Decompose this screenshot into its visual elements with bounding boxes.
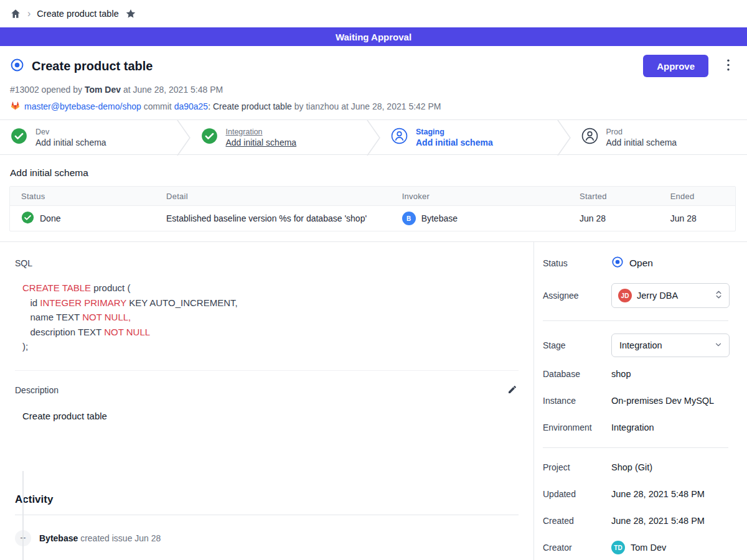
home-icon[interactable] bbox=[10, 8, 21, 19]
activity-action: created issue Jun 28 bbox=[80, 533, 161, 543]
description-label: Description bbox=[15, 385, 59, 395]
task-detail: Established baseline version %s for data… bbox=[155, 213, 391, 223]
instance-value[interactable]: On-premises Dev MySQL bbox=[611, 396, 714, 406]
sql-code: CREATE TABLE product ( id INTEGER PRIMAR… bbox=[22, 281, 519, 354]
task-invoker: Bytebase bbox=[421, 213, 458, 223]
created-label: Created bbox=[543, 516, 611, 526]
status-row: Status Open bbox=[543, 256, 731, 270]
created-row: Created June 28, 2021 5:48 PM bbox=[543, 514, 731, 528]
breadcrumb-page-title[interactable]: Create product table bbox=[37, 9, 118, 19]
stage-done-icon bbox=[11, 128, 27, 147]
column-header-detail: Detail bbox=[155, 192, 391, 201]
stage-separator bbox=[557, 120, 571, 156]
updated-label: Updated bbox=[543, 489, 611, 499]
stage-staging[interactable]: Staging Add initial schema bbox=[380, 120, 557, 154]
status-value: Open bbox=[629, 258, 653, 269]
stage-separator bbox=[367, 120, 380, 156]
issue-title: Create product table bbox=[32, 59, 153, 73]
task-started: Jun 28 bbox=[568, 213, 659, 223]
issue-meta: #13002 opened by Tom Dev at June 28, 202… bbox=[10, 85, 732, 95]
creator-value: Tom Dev bbox=[631, 543, 666, 553]
invoker-avatar: B bbox=[402, 212, 416, 225]
favorite-star-icon[interactable] bbox=[125, 8, 136, 19]
approve-button[interactable]: Approve bbox=[643, 55, 708, 77]
database-row: Database shop bbox=[543, 367, 731, 381]
sql-label: SQL bbox=[15, 258, 519, 268]
stage-task-label: Add initial schema bbox=[35, 138, 106, 147]
project-row: Project Shop (Git) bbox=[543, 460, 731, 474]
assignee-label: Assignee bbox=[543, 291, 611, 301]
issue-open-icon bbox=[10, 58, 24, 75]
breadcrumb: › Create product table bbox=[0, 0, 747, 27]
creator-avatar: TD bbox=[611, 541, 625, 554]
task-ended: Jun 28 bbox=[659, 213, 735, 223]
stage-value: Integration bbox=[618, 340, 709, 350]
sidebar-divider bbox=[543, 447, 728, 448]
stage-env-label: Staging bbox=[416, 128, 493, 136]
environment-label: Environment bbox=[543, 422, 611, 432]
commit-branch-link[interactable]: master@bytebase-demo/shop bbox=[24, 101, 141, 111]
status-banner-text: Waiting Approval bbox=[336, 32, 411, 42]
stage-task-label: Add initial schema bbox=[606, 138, 677, 147]
sidebar-divider bbox=[543, 320, 728, 321]
commit-message: : Create product table bbox=[208, 101, 292, 111]
stage-row: Stage Integration bbox=[543, 334, 731, 357]
chevron-down-icon bbox=[714, 340, 723, 351]
task-section: Add initial schema Status Detail Invoker… bbox=[0, 155, 747, 241]
commit-hash-link[interactable]: da90a25 bbox=[174, 101, 209, 111]
status-banner: Waiting Approval bbox=[0, 27, 747, 46]
timeline-connector bbox=[22, 471, 24, 560]
description-divider bbox=[15, 370, 519, 371]
kebab-menu-icon bbox=[727, 63, 730, 73]
instance-label: Instance bbox=[543, 396, 611, 406]
project-value[interactable]: Shop (Git) bbox=[611, 462, 652, 472]
issue-header: Create product table Approve #13002 open… bbox=[0, 46, 747, 119]
gitlab-icon bbox=[10, 100, 21, 112]
stage-pending-user-icon bbox=[391, 128, 408, 147]
commit-byline: by tianzhou at June 28, 2021 5:42 PM bbox=[294, 101, 441, 111]
updated-value: June 28, 2021 5:48 PM bbox=[611, 489, 705, 499]
column-header-started: Started bbox=[568, 192, 659, 201]
environment-row: Environment Integration bbox=[543, 421, 731, 434]
stage-task-label: Add initial schema bbox=[226, 138, 297, 147]
assignee-value: Jerry DBA bbox=[637, 291, 710, 301]
stage-prod[interactable]: Prod Add initial schema bbox=[571, 120, 747, 154]
table-row[interactable]: Done Established baseline version %s for… bbox=[10, 206, 735, 231]
environment-value: Integration bbox=[611, 422, 654, 432]
task-table-header: Status Detail Invoker Started Ended bbox=[10, 187, 735, 206]
stage-pending-user-icon bbox=[581, 128, 598, 147]
assignee-avatar: JD bbox=[618, 289, 632, 302]
task-section-title: Add initial schema bbox=[10, 167, 736, 179]
description-content: Create product table bbox=[22, 411, 519, 421]
task-status: Done bbox=[40, 213, 60, 223]
activity-actor: Bytebase bbox=[39, 533, 78, 543]
project-label: Project bbox=[543, 462, 611, 472]
column-header-ended: Ended bbox=[659, 192, 735, 201]
activity-divider bbox=[15, 515, 519, 515]
commit-info: master@bytebase-demo/shop commit da90a25… bbox=[10, 100, 732, 112]
assignee-row: Assignee JD Jerry DBA bbox=[543, 283, 731, 308]
issue-meta-suffix: at June 28, 2021 5:48 PM bbox=[123, 85, 223, 95]
column-header-invoker: Invoker bbox=[391, 192, 568, 201]
stage-select[interactable]: Integration bbox=[611, 334, 730, 357]
more-actions-button[interactable] bbox=[725, 57, 732, 75]
issue-detail-pane: SQL CREATE TABLE product ( id INTEGER PR… bbox=[0, 242, 533, 560]
column-header-status: Status bbox=[10, 192, 155, 201]
stage-dev[interactable]: Dev Add initial schema bbox=[0, 120, 177, 154]
edit-description-button[interactable] bbox=[506, 383, 519, 398]
activity-title: Activity bbox=[15, 493, 519, 506]
task-table: Status Detail Invoker Started Ended Done… bbox=[9, 186, 736, 231]
status-label: Status bbox=[543, 258, 611, 268]
pipeline-stage-bar: Dev Add initial schema Integration Add i… bbox=[0, 119, 747, 155]
stage-integration[interactable]: Integration Add initial schema bbox=[190, 120, 367, 154]
stage-done-icon bbox=[201, 128, 218, 147]
stepper-icon bbox=[715, 289, 723, 302]
database-value[interactable]: shop bbox=[611, 369, 631, 379]
activity-item: + Bytebase created issue Jun 28 bbox=[15, 530, 519, 546]
database-label: Database bbox=[543, 369, 611, 379]
created-value: June 28, 2021 5:48 PM bbox=[611, 516, 705, 526]
assignee-select[interactable]: JD Jerry DBA bbox=[611, 283, 730, 308]
commit-label: commit bbox=[144, 101, 172, 111]
stage-separator bbox=[177, 120, 190, 156]
instance-row: Instance On-premises Dev MySQL bbox=[543, 394, 731, 408]
